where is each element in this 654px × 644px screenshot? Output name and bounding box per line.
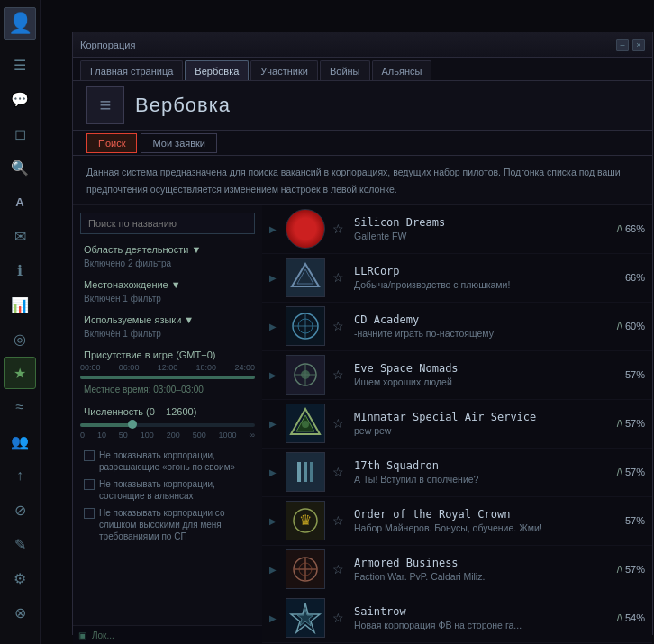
sidebar-icon-edit[interactable]: ✎ [4, 528, 36, 560]
result-item[interactable]: ▶ ☆ MInmatar Special Air Service pew pew… [262, 400, 652, 449]
result-info: Armored Business Faction War. PvP. Calda… [354, 557, 610, 582]
star-icon[interactable]: ☆ [332, 465, 347, 479]
result-item[interactable]: ▶ ☆ 17th Squadron А Ты! Вступил в ополче… [262, 449, 652, 497]
sidebar-icon-menu[interactable]: ☰ [4, 49, 36, 81]
filter-panel: Область деятельности ▼ Включено 2 фильтр… [73, 205, 262, 645]
sidebar-icon-globe[interactable]: ◎ [4, 322, 36, 355]
result-item[interactable]: ▶ ♛ ☆ Order of the Royal Crown Набор Май… [262, 497, 652, 546]
sidebar-icon-a[interactable]: A [4, 186, 36, 218]
star-icon[interactable]: ☆ [332, 270, 347, 285]
corp-subtitle: Ищем хороших людей [354, 376, 618, 387]
corp-name: CD Academy [354, 313, 610, 326]
tab-recruitment[interactable]: Вербовка [185, 60, 249, 80]
match-icon: /\ [617, 612, 622, 623]
corp-logo-llrcorp [286, 258, 325, 297]
match-info: 57% [625, 369, 645, 380]
checkbox-friendly-fire[interactable]: Не показывать корпорации, разрешающие «о… [80, 447, 255, 476]
svg-rect-15 [310, 462, 313, 482]
eve-logo-svg [288, 358, 322, 392]
sidebar-icon-search[interactable]: 🔍 [4, 151, 36, 184]
filter-activity-label[interactable]: Область деятельности ▼ [80, 241, 255, 258]
sidebar-icon-cross[interactable]: ⊘ [4, 494, 36, 526]
tab-home[interactable]: Главная страница [80, 60, 183, 80]
filter-activity-sub: Включено 2 фильтра [80, 258, 255, 271]
tab-alliances[interactable]: Альянсы [372, 60, 432, 80]
checkbox-alliance[interactable]: Не показывать корпорации, состоящие в ал… [80, 476, 255, 504]
checkbox-ff-box[interactable] [84, 450, 95, 461]
match-info: 57% [625, 515, 645, 526]
results-panel: ▶ ☆ Silicon Dreams Gallente FW /\ 66% ▶ [262, 205, 652, 645]
tab-members[interactable]: Участники [250, 60, 318, 80]
result-arrow: ▶ [269, 419, 278, 429]
sidebar-icon-close[interactable]: ⊗ [4, 596, 36, 629]
result-item[interactable]: ▶ ☆ Eve Space Nomads Ищем хороших людей … [262, 351, 652, 400]
result-item[interactable]: ▶ ☆ CD Academy -начните играть по-настоя… [262, 303, 652, 351]
filter-language: Используемые языки ▼ Включён 1 фильтр [80, 312, 255, 341]
star-icon[interactable]: ☆ [332, 562, 347, 576]
count-label: Численность (0 – 12600) [80, 404, 255, 420]
checkbox-sp[interactable]: Не показывать корпорации со слишком высо… [80, 504, 255, 545]
star-icon[interactable]: ☆ [332, 416, 347, 431]
sidebar-icon-gear[interactable]: ⚙ [4, 562, 36, 594]
star-icon[interactable]: ☆ [332, 611, 347, 625]
corp-name: Armored Business [354, 557, 610, 569]
filter-language-label[interactable]: Используемые языки ▼ [80, 312, 255, 328]
result-item[interactable]: ▶ ☆ Silicon Dreams Gallente FW /\ 66% [262, 205, 652, 254]
filter-location: Местонахождение ▼ Включён 1 фильтр [80, 277, 255, 306]
star-icon[interactable]: ☆ [332, 367, 347, 382]
sidebar-icon-corporation[interactable]: ★ [4, 357, 36, 389]
star-icon[interactable]: ☆ [332, 319, 347, 333]
checkbox-sp-box[interactable] [84, 508, 95, 519]
description-area: Данная система предназначена для поиска … [73, 156, 652, 205]
location-bar: ▣ Лок... [73, 625, 262, 645]
search-input[interactable] [80, 213, 255, 234]
order-logo-svg: ♛ [288, 503, 322, 538]
count-ticks: 0 10 50 100 200 500 1000 ∞ [80, 431, 255, 440]
avatar[interactable]: 👤 [4, 7, 36, 40]
corp-subtitle: Gallente FW [354, 231, 610, 241]
presence-track[interactable] [80, 376, 255, 379]
minimize-button[interactable]: – [616, 39, 629, 51]
result-item[interactable]: ▶ ☆ Armored Business Faction War. PvP. C… [262, 546, 652, 594]
page-title: Вербовка [135, 94, 231, 117]
svg-text:♛: ♛ [299, 512, 312, 528]
filter-language-sub: Включён 1 фильтр [80, 328, 255, 341]
result-item[interactable]: ▶ ☆ Saintrow Новая корпорация ФВ на стор… [262, 594, 652, 643]
sidebar-icon-packages[interactable]: ◻ [4, 117, 36, 150]
corp-logo-minmatar [286, 404, 325, 443]
llr-logo-svg [288, 260, 322, 295]
minmatar-logo-svg [288, 406, 322, 440]
sidebar-icon-chart[interactable]: 📊 [4, 288, 36, 321]
sidebar-icon-info[interactable]: ℹ [4, 254, 36, 286]
corp-name: LLRCorp [354, 265, 618, 277]
sidebar-icon-people[interactable]: 👥 [4, 425, 36, 458]
location-text: Лок... [92, 630, 114, 640]
close-button[interactable]: × [632, 39, 645, 51]
subtab-myapps[interactable]: Мои заявки [141, 133, 217, 153]
match-percent: 54% [625, 612, 645, 623]
subtab-search[interactable]: Поиск [86, 133, 137, 153]
sidebar-icon-chat[interactable]: 💬 [4, 83, 36, 115]
star-icon[interactable]: ☆ [332, 513, 347, 528]
match-percent: 57% [625, 369, 645, 380]
sidebar-icon-mail[interactable]: ✉ [4, 220, 36, 252]
result-item[interactable]: ▶ ☆ LLRCorp Добыча/производство с плюшка… [262, 254, 652, 303]
window-title: Корпорация [80, 40, 135, 50]
result-arrow: ▶ [269, 370, 278, 380]
result-info: MInmatar Special Air Service pew pew [354, 411, 610, 436]
match-percent: 57% [625, 564, 645, 575]
svg-rect-13 [297, 462, 301, 482]
result-arrow: ▶ [269, 467, 278, 477]
count-track[interactable] [80, 423, 255, 427]
match-info: /\ 57% [617, 418, 645, 429]
corp-name: Silicon Dreams [354, 216, 610, 229]
sidebar-icon-waves[interactable]: ≈ [4, 391, 36, 423]
checkbox-alliance-box[interactable] [84, 479, 95, 490]
filter-location-label[interactable]: Местонахождение ▼ [80, 277, 255, 293]
result-info: Silicon Dreams Gallente FW [354, 216, 610, 241]
tab-wars[interactable]: Войны [320, 60, 370, 80]
local-time: Местное время: 03:00–03:00 [80, 383, 255, 396]
sidebar-icon-up[interactable]: ↑ [4, 459, 36, 492]
match-percent: 60% [625, 321, 645, 331]
star-icon[interactable]: ☆ [332, 222, 347, 236]
